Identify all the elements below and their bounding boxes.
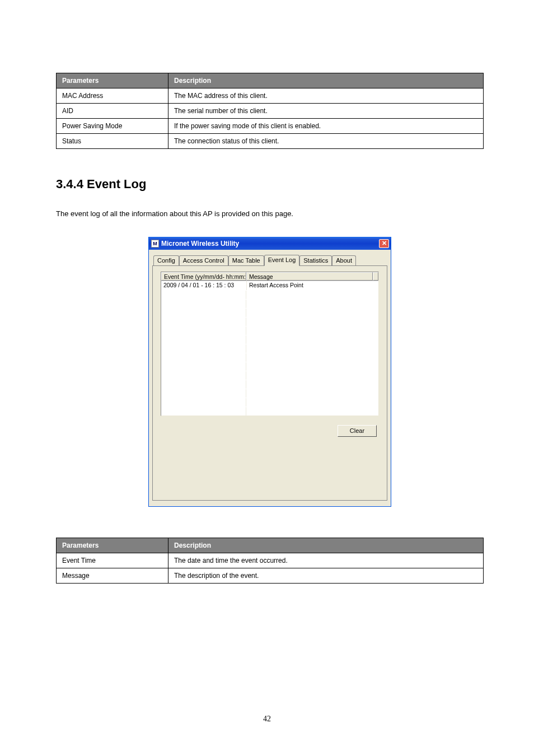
event-log-header: Event Time (yy/mm/dd- hh:mm:ss) Message xyxy=(161,272,378,281)
section-description: The event log of all the information abo… xyxy=(56,208,484,220)
col-header-message[interactable]: Message xyxy=(246,272,373,281)
table-row: MAC Address The MAC address of this clie… xyxy=(57,88,484,104)
tab-mac-table[interactable]: Mac Table xyxy=(228,255,264,267)
table-row: AID The serial number of this client. xyxy=(57,104,484,119)
th-parameters: Parameters xyxy=(57,538,168,553)
th-parameters: Parameters xyxy=(57,73,168,88)
event-log-list[interactable]: Event Time (yy/mm/dd- hh:mm:ss) Message … xyxy=(161,272,379,416)
clear-button[interactable]: Clear xyxy=(338,425,377,437)
event-row[interactable]: 2009 / 04 / 01 - 16 : 15 : 03 Restart Ac… xyxy=(161,281,378,290)
param-desc: The date and time the event occurred. xyxy=(168,553,484,568)
param-name: AID xyxy=(57,104,168,119)
tab-statistics[interactable]: Statistics xyxy=(299,255,332,267)
event-rows: 2009 / 04 / 01 - 16 : 15 : 03 Restart Ac… xyxy=(161,281,378,416)
utility-window: M Micronet Wireless Utility ✕ Config Acc… xyxy=(148,237,391,507)
parameters-table-bottom: Parameters Description Event Time The da… xyxy=(56,538,484,584)
title-bar: M Micronet Wireless Utility ✕ xyxy=(149,237,391,250)
tab-config[interactable]: Config xyxy=(153,255,179,267)
param-name: Power Saving Mode xyxy=(57,119,168,134)
th-description: Description xyxy=(168,73,484,88)
param-desc: The MAC address of this client. xyxy=(168,88,484,104)
param-desc: The description of the event. xyxy=(168,568,484,583)
table-row: Message The description of the event. xyxy=(57,568,484,583)
param-name: Status xyxy=(57,134,168,149)
param-desc: The connection status of this client. xyxy=(168,134,484,149)
window-title: Micronet Wireless Utility xyxy=(161,240,239,248)
param-name: Event Time xyxy=(57,553,168,568)
parameters-table-top: Parameters Description MAC Address The M… xyxy=(56,73,484,149)
table-row: Event Time The date and time the event o… xyxy=(57,553,484,568)
tab-body: Event Time (yy/mm/dd- hh:mm:ss) Message … xyxy=(152,265,387,501)
event-time: 2009 / 04 / 01 - 16 : 15 : 03 xyxy=(161,281,246,290)
param-name: MAC Address xyxy=(57,88,168,104)
param-name: Message xyxy=(57,568,168,583)
tab-about[interactable]: About xyxy=(332,255,356,267)
tab-access-control[interactable]: Access Control xyxy=(179,255,228,267)
param-desc: If the power saving mode of this client … xyxy=(168,119,484,134)
page-number: 42 xyxy=(0,715,534,724)
tab-strip: Config Access Control Mac Table Event Lo… xyxy=(152,254,387,265)
tab-event-log[interactable]: Event Log xyxy=(264,255,300,266)
table-row: Power Saving Mode If the power saving mo… xyxy=(57,119,484,134)
param-desc: The serial number of this client. xyxy=(168,104,484,119)
col-header-stub xyxy=(373,272,378,281)
table-row: Status The connection status of this cli… xyxy=(57,134,484,149)
event-message: Restart Access Point xyxy=(246,281,378,290)
client-area: Config Access Control Mac Table Event Lo… xyxy=(149,250,391,506)
th-description: Description xyxy=(168,538,484,553)
col-header-time[interactable]: Event Time (yy/mm/dd- hh:mm:ss) xyxy=(161,272,246,281)
section-heading: 3.4.4 Event Log xyxy=(56,177,484,192)
app-icon: M xyxy=(151,240,159,248)
close-icon[interactable]: ✕ xyxy=(379,239,389,248)
